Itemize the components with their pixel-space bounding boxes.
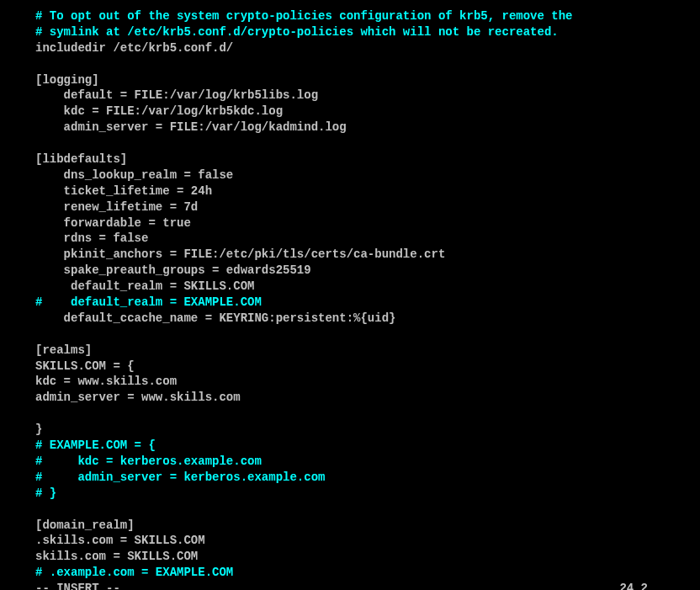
comment-line: # } <box>35 486 665 502</box>
config-line: includedir /etc/krb5.conf.d/ <box>35 40 665 56</box>
empty-line <box>35 406 665 422</box>
section-domain-realm: [domain_realm] <box>35 518 665 534</box>
config-line: SKILLS.COM = { <box>35 359 665 375</box>
section-logging: [logging] <box>35 72 665 88</box>
config-line: default_realm = SKILLS.COM <box>35 279 665 295</box>
config-line: rdns = false <box>35 231 665 247</box>
comment-line: # kdc = kerberos.example.com <box>35 454 665 470</box>
section-realms: [realms] <box>35 343 665 359</box>
comment-line: # symlink at /etc/krb5.conf.d/crypto-pol… <box>35 24 665 40</box>
config-line: forwardable = true <box>35 215 665 231</box>
config-line: } <box>35 422 665 438</box>
vim-status-bar: -- INSERT -- 24,2 <box>35 581 665 590</box>
cursor-position: 24,2 <box>619 581 665 590</box>
config-line: default_ccache_name = KEYRING:persistent… <box>35 311 665 327</box>
config-line: kdc = www.skills.com <box>35 374 665 390</box>
config-line: pkinit_anchors = FILE:/etc/pki/tls/certs… <box>35 247 665 263</box>
config-line: renew_lifetime = 7d <box>35 199 665 215</box>
config-line: .skills.com = SKILLS.COM <box>35 533 665 549</box>
comment-line: # .example.com = EXAMPLE.COM <box>35 565 665 581</box>
config-line: kdc = FILE:/var/log/krb5kdc.log <box>35 104 665 120</box>
empty-line <box>35 327 665 343</box>
empty-line <box>35 56 665 72</box>
config-line: skills.com = SKILLS.COM <box>35 549 665 565</box>
comment-line: # To opt out of the system crypto-polici… <box>35 8 665 24</box>
config-line: admin_server = www.skills.com <box>35 390 665 406</box>
config-line: dns_lookup_realm = false <box>35 167 665 183</box>
comment-line: # admin_server = kerberos.example.com <box>35 470 665 486</box>
config-line: admin_server = FILE:/var/log/kadmind.log <box>35 120 665 136</box>
vim-mode-indicator: -- INSERT -- <box>35 581 619 590</box>
config-line: default = FILE:/var/log/krb5libs.log <box>35 88 665 104</box>
empty-line <box>35 136 665 151</box>
config-line: ticket_lifetime = 24h <box>35 183 665 199</box>
section-libdefaults: [libdefaults] <box>35 151 665 167</box>
comment-line: # default_realm = EXAMPLE.COM <box>35 295 665 311</box>
comment-line: # EXAMPLE.COM = { <box>35 438 665 454</box>
config-line: spake_preauth_groups = edwards25519 <box>35 263 665 279</box>
empty-line <box>35 502 665 518</box>
